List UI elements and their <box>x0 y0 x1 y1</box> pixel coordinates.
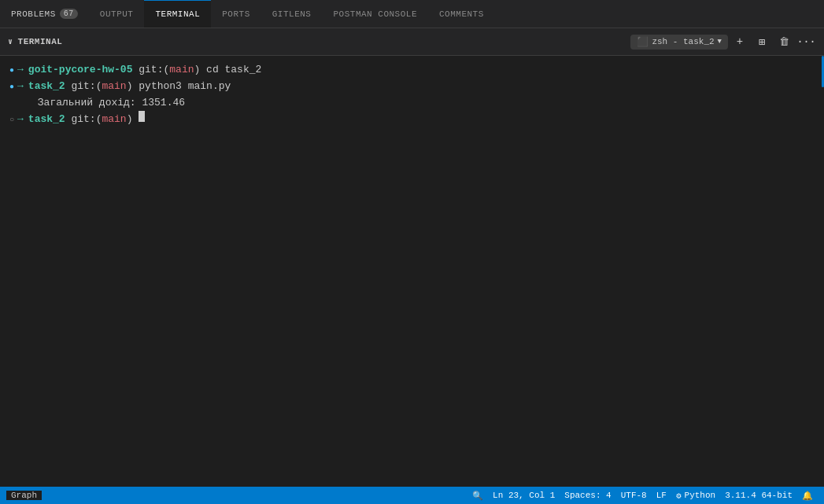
language-icon: ⚙ <box>676 491 682 501</box>
ln-col-label: Ln 23, Col 1 <box>493 491 555 500</box>
cmd-4 <box>133 112 139 128</box>
terminal-icon: ⬛ <box>637 36 648 48</box>
branch-1: main <box>169 62 194 79</box>
tab-problems-label: PROBLEMS <box>11 9 56 19</box>
dot-2: ● <box>9 81 14 94</box>
branch-2: main <box>102 79 126 95</box>
cmd-2: python3 main.py <box>133 79 231 95</box>
git-paren-open-4: ( <box>96 112 102 128</box>
search-icon: 🔍 <box>472 491 483 501</box>
git-part-2: git: <box>65 79 96 95</box>
more-icon: ··· <box>796 35 815 49</box>
tab-problems[interactable]: PROBLEMS 67 <box>0 0 89 28</box>
tab-problems-badge: 67 <box>60 9 78 19</box>
arrow-2: → <box>17 79 24 95</box>
tab-terminal[interactable]: TERMINAL <box>144 0 211 28</box>
dot-4: ○ <box>9 114 14 127</box>
status-graph[interactable]: Graph <box>6 491 42 500</box>
split-terminal-button[interactable]: ⊞ <box>752 31 772 52</box>
status-ln-col[interactable]: Ln 23, Col 1 <box>488 491 560 500</box>
new-terminal-button[interactable]: + <box>730 31 750 52</box>
git-part-1: git: <box>132 62 163 79</box>
arrow-1: → <box>17 62 24 79</box>
graph-label: Graph <box>11 491 37 500</box>
terminal-tab-name: zsh - task_2 <box>652 37 714 46</box>
terminal-content[interactable]: ● → goit-pycore-hw-05 git: ( main ) cd t… <box>0 56 824 487</box>
spacer-3 <box>9 95 16 112</box>
terminal-line-4: ○ → task_2 git: ( main ) <box>9 111 815 128</box>
terminal-section-label: ∨ TERMINAL <box>8 37 62 46</box>
delete-terminal-button[interactable]: 🗑 <box>774 31 794 52</box>
tab-comments-label: COMMENTS <box>439 9 484 19</box>
spaces-label: Spaces: 4 <box>564 491 611 500</box>
status-bar-left: Graph <box>6 491 42 500</box>
terminal-instance-tab[interactable]: ⬛ zsh - task_2 ▼ <box>630 35 728 50</box>
tab-comments[interactable]: COMMENTS <box>428 0 495 28</box>
status-bell[interactable]: 🔔 <box>797 491 818 501</box>
language-label: Python <box>685 491 716 500</box>
status-encoding[interactable]: UTF-8 <box>616 491 652 500</box>
tab-ports[interactable]: PORTS <box>211 0 261 28</box>
tab-ports-label: PORTS <box>222 9 250 19</box>
terminal-controls: ⬛ zsh - task_2 ▼ + ⊞ 🗑 ··· <box>630 31 816 52</box>
output-3: Загальний дохід: 1351.46 <box>38 95 185 112</box>
git-part-4: git: <box>65 112 96 128</box>
dir-1: goit-pycore-hw-05 <box>28 62 133 79</box>
encoding-label: UTF-8 <box>621 491 647 500</box>
tab-gitlens[interactable]: GITLENS <box>261 0 323 28</box>
tab-terminal-label: TERMINAL <box>155 9 200 19</box>
status-version[interactable]: 3.11.4 64-bit <box>720 491 797 500</box>
split-icon: ⊞ <box>759 35 765 49</box>
terminal-label: TERMINAL <box>18 37 63 46</box>
terminal-line-1: ● → goit-pycore-hw-05 git: ( main ) cd t… <box>9 62 815 79</box>
git-paren-open-2: ( <box>96 79 102 95</box>
line-ending-label: LF <box>656 491 667 500</box>
tab-gitlens-label: GITLENS <box>272 9 312 19</box>
version-label: 3.11.4 64-bit <box>725 491 793 500</box>
plus-icon: + <box>737 35 743 48</box>
terminal-panel: ∨ TERMINAL ⬛ zsh - task_2 ▼ + ⊞ 🗑 ··· <box>0 28 824 487</box>
more-actions-button[interactable]: ··· <box>796 31 816 52</box>
bell-icon: 🔔 <box>802 491 813 501</box>
status-spaces[interactable]: Spaces: 4 <box>560 491 615 500</box>
terminal-line-2: ● → task_2 git: ( main ) python3 main.py <box>9 79 815 95</box>
chevron-icon: ∨ <box>8 37 13 46</box>
cursor <box>139 111 145 122</box>
status-language[interactable]: ⚙ Python <box>671 491 720 501</box>
status-search[interactable]: 🔍 <box>467 491 488 501</box>
status-bar-right: 🔍 Ln 23, Col 1 Spaces: 4 UTF-8 LF ⚙ Pyth… <box>467 491 818 501</box>
git-paren-close-2: ) <box>127 79 133 95</box>
status-bar: Graph 🔍 Ln 23, Col 1 Spaces: 4 UTF-8 LF … <box>0 487 824 504</box>
cmd-1: cd task_2 <box>200 62 261 79</box>
tab-postman-label: POSTMAN CONSOLE <box>333 9 417 19</box>
terminal-header: ∨ TERMINAL ⬛ zsh - task_2 ▼ + ⊞ 🗑 ··· <box>0 28 824 56</box>
arrow-4: → <box>17 112 24 128</box>
dir-2: task_2 <box>28 79 65 95</box>
terminal-line-3: Загальний дохід: 1351.46 <box>9 95 815 112</box>
tab-bar: PROBLEMS 67 OUTPUT TERMINAL PORTS GITLEN… <box>0 0 824 28</box>
trash-icon: 🗑 <box>779 36 789 48</box>
status-line-ending[interactable]: LF <box>652 491 671 500</box>
tab-output[interactable]: OUTPUT <box>89 0 145 28</box>
tab-postman[interactable]: POSTMAN CONSOLE <box>322 0 428 28</box>
git-paren-close-4: ) <box>127 112 133 128</box>
dot-1: ● <box>9 64 14 77</box>
branch-4: main <box>102 112 126 128</box>
tab-output-label: OUTPUT <box>100 9 134 19</box>
git-paren-close-1: ) <box>194 62 201 79</box>
git-paren-open-1: ( <box>163 62 169 79</box>
chevron-down-icon: ▼ <box>718 38 722 46</box>
dir-4: task_2 <box>28 112 65 128</box>
